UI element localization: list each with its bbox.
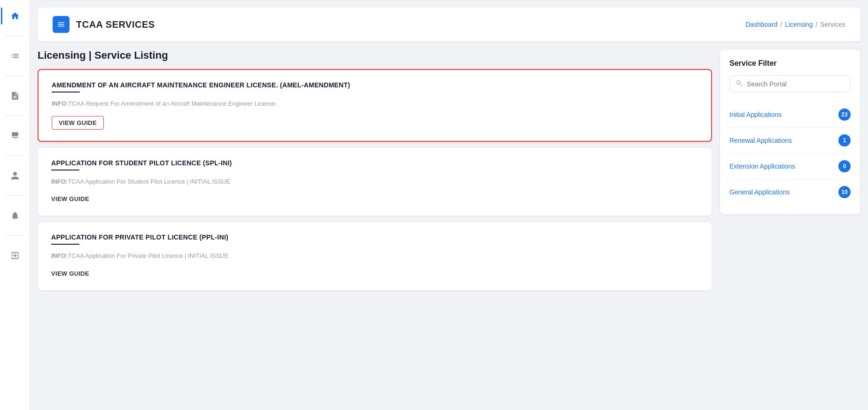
filter-item-general-label: General Applications	[729, 188, 790, 196]
service-card-3-info-text: TCAA Application For Private Pilot Licen…	[68, 252, 228, 259]
view-guide-button-2[interactable]: VIEW GUIDE	[51, 193, 89, 204]
sidebar-item-list[interactable]	[7, 47, 23, 64]
service-card-2-info-text: TCAA Application For Student Pilot Licen…	[68, 178, 230, 185]
service-card-3-info: INFO:TCAA Application For Private Pilot …	[51, 251, 698, 261]
filter-badge-extension: 0	[838, 160, 851, 172]
service-card-1-info: INFO:TCAA Request For Amendment of an Ai…	[52, 99, 698, 108]
search-bar	[729, 75, 851, 93]
breadcrumb-licensing[interactable]: Licensing	[785, 21, 813, 28]
sidebar-divider-5	[6, 195, 24, 196]
page-title: Licensing | Service Listing	[38, 49, 712, 62]
search-icon	[736, 79, 743, 88]
service-card-3-title: APPLICATION FOR PRIVATE PILOT LICENCE (P…	[51, 233, 698, 241]
service-card-1: AMENDMENT OF AN AIRCRAFT MAINTENANCE ENG…	[38, 69, 712, 142]
filter-item-renewal[interactable]: Renewal Applications 1	[729, 128, 851, 154]
filter-panel: Service Filter Initial Applications 23 R…	[720, 49, 860, 215]
sidebar-item-document[interactable]	[7, 87, 23, 104]
filter-item-extension-label: Extension Applications	[729, 162, 795, 170]
filter-badge-initial: 23	[838, 108, 851, 121]
service-card-3: APPLICATION FOR PRIVATE PILOT LICENCE (P…	[38, 222, 712, 291]
filter-item-initial[interactable]: Initial Applications 23	[729, 102, 851, 128]
service-card-1-info-text: TCAA Request For Amendment of an Aircraf…	[68, 100, 277, 107]
view-guide-button-1[interactable]: VIEW GUIDE	[52, 116, 104, 130]
header-title: TCAA SERVICES	[76, 19, 155, 30]
service-card-2-underline	[51, 170, 79, 170]
sidebar-item-bell[interactable]	[7, 207, 23, 224]
sidebar-item-monitor[interactable]	[7, 127, 23, 144]
filter-items: Initial Applications 23 Renewal Applicat…	[729, 102, 851, 205]
sidebar-divider-6	[6, 235, 24, 236]
sidebar-divider-1	[6, 36, 24, 36]
service-card-1-info-label: INFO:	[52, 100, 68, 107]
service-card-1-title: AMENDMENT OF AN AIRCRAFT MAINTENANCE ENG…	[52, 81, 698, 89]
sidebar-item-exit[interactable]	[7, 247, 23, 264]
view-guide-button-3[interactable]: VIEW GUIDE	[51, 268, 89, 279]
service-card-2-info: INFO:TCAA Application For Student Pilot …	[51, 177, 698, 186]
service-card-3-underline	[51, 244, 79, 245]
filter-badge-renewal: 1	[838, 134, 851, 147]
breadcrumb-services: Services	[820, 21, 845, 28]
sidebar-divider-2	[6, 76, 24, 76]
breadcrumb: Dashboard / Licensing / Services	[745, 21, 845, 28]
service-card-3-info-label: INFO:	[51, 252, 68, 259]
header: TCAA SERVICES Dashboard / Licensing / Se…	[38, 8, 860, 42]
main-area: TCAA SERVICES Dashboard / Licensing / Se…	[30, 0, 868, 410]
filter-item-renewal-label: Renewal Applications	[729, 137, 792, 144]
breadcrumb-sep1: /	[780, 21, 782, 28]
service-card-2-title: APPLICATION FOR STUDENT PILOT LICENCE (S…	[51, 159, 698, 167]
filter-title: Service Filter	[729, 59, 851, 68]
service-card-2-info-label: INFO:	[51, 178, 68, 185]
left-panel: Licensing | Service Listing AMENDMENT OF…	[38, 49, 712, 402]
search-input[interactable]	[747, 80, 845, 88]
filter-item-initial-label: Initial Applications	[729, 111, 782, 118]
filter-item-extension[interactable]: Extension Applications 0	[729, 154, 851, 179]
sidebar-item-home[interactable]	[7, 8, 23, 24]
sidebar-divider-3	[6, 116, 24, 116]
sidebar-item-person[interactable]	[7, 167, 23, 184]
filter-item-general[interactable]: General Applications 10	[729, 179, 851, 205]
header-left: TCAA SERVICES	[53, 16, 155, 33]
sidebar	[0, 0, 30, 410]
breadcrumb-dashboard[interactable]: Dashboard	[745, 21, 778, 28]
sidebar-divider-4	[6, 155, 24, 156]
menu-button[interactable]	[53, 16, 70, 33]
right-panel: Service Filter Initial Applications 23 R…	[720, 49, 860, 402]
service-card-2: APPLICATION FOR STUDENT PILOT LICENCE (S…	[38, 147, 712, 217]
service-card-1-underline	[52, 92, 80, 93]
filter-badge-general: 10	[838, 186, 851, 198]
content-area: Licensing | Service Listing AMENDMENT OF…	[30, 42, 868, 410]
breadcrumb-sep2: /	[815, 21, 817, 28]
